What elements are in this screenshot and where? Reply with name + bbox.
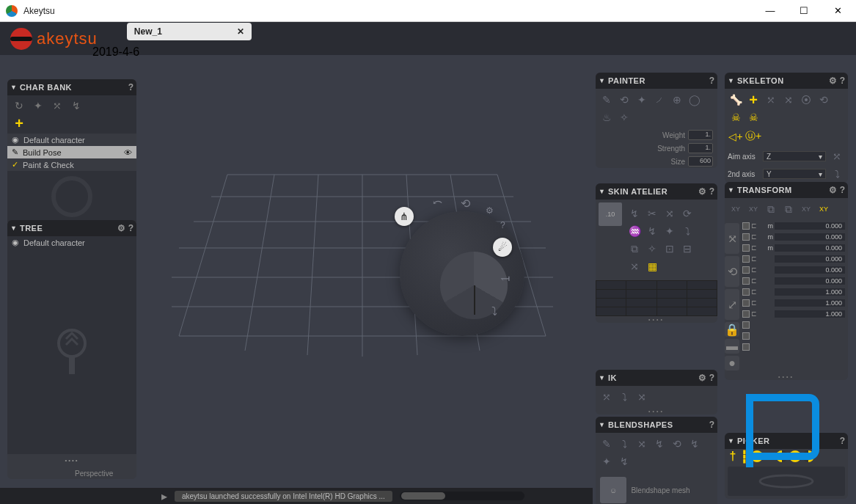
rotate-icon[interactable]: ⟲ (725, 256, 739, 287)
bs-tool[interactable]: ✦ (599, 453, 615, 470)
collapse-icon[interactable]: ▼ (599, 77, 605, 84)
checkbox[interactable] (742, 233, 750, 241)
checkbox[interactable] (742, 266, 750, 274)
lock-icon[interactable]: ⊏ (751, 255, 760, 263)
gear-icon[interactable]: ⚙ (698, 186, 706, 197)
sk-tool[interactable]: 🦴 (728, 92, 744, 108)
minimize-button[interactable]: — (753, 0, 787, 22)
checkbox[interactable] (742, 321, 750, 329)
help-icon[interactable]: ? (128, 223, 133, 233)
checkbox[interactable] (742, 244, 750, 252)
tool-icon[interactable]: ✦ (31, 98, 45, 113)
checkbox[interactable] (742, 343, 750, 351)
value-field[interactable]: 0.000 (775, 266, 845, 274)
tr-tool[interactable]: ⧉ (763, 201, 779, 217)
ik-tool[interactable]: ⤨ (634, 389, 650, 405)
maximize-button[interactable]: ☐ (787, 0, 821, 22)
scale-icon[interactable]: ⤢ (725, 289, 739, 320)
help-icon[interactable]: ? (709, 373, 714, 383)
ik-header[interactable]: ▼ IK ⚙ ? (596, 370, 717, 386)
skin-tool-active[interactable]: ▦ (644, 258, 660, 274)
paint-tool[interactable]: ⟋ (651, 92, 667, 108)
collapse-icon[interactable]: ▼ (599, 374, 605, 381)
gear-icon[interactable]: ⚙ (829, 76, 837, 86)
gizmo-tool-icon[interactable]: ⟲ (461, 197, 470, 211)
value-field[interactable]: 0.000 (775, 222, 845, 230)
gizmo-mode-button[interactable]: ☄ (493, 238, 512, 257)
tree-item[interactable]: ◉ Default character (7, 236, 136, 249)
gear-icon[interactable]: ⚙ (829, 185, 837, 195)
aim-axis-select[interactable]: Z▾ (763, 151, 826, 161)
paint-tool[interactable]: ✎ (599, 92, 615, 108)
help-icon[interactable]: ? (709, 186, 714, 197)
foot-icon[interactable]: ▬ (725, 339, 739, 354)
picker-t-icon[interactable]: † (728, 450, 738, 462)
resize-handle[interactable]: •••• (596, 408, 717, 414)
xy-icon-active[interactable]: XY (816, 201, 832, 217)
gizmo-help-icon[interactable]: ? (500, 220, 505, 230)
xy-icon[interactable]: XY (798, 201, 814, 217)
value-field[interactable]: 0.000 (775, 233, 845, 241)
collapse-icon[interactable]: ▼ (728, 186, 734, 194)
value-field[interactable]: 1.000 (775, 299, 845, 307)
gizmo-gear-icon[interactable]: ⚙ (486, 205, 494, 216)
sk-unity-icon[interactable]: ◁+ (728, 128, 744, 145)
skeleton-header[interactable]: ▼ SKELETON ⚙ ? (725, 73, 848, 89)
add-bone-icon[interactable]: + (745, 92, 761, 108)
xy-icon[interactable]: XY (728, 201, 744, 217)
paint-tool[interactable]: ⊕ (669, 92, 685, 108)
lock-icon[interactable]: ⊏ (751, 266, 760, 274)
skin-tool[interactable]: ⤵ (679, 223, 695, 239)
bs-tool[interactable]: ⟲ (669, 436, 685, 452)
value-field[interactable]: 1.000 (775, 310, 845, 318)
skin-tool[interactable]: ↯ (644, 223, 660, 239)
lock-icon[interactable]: ⊏ (751, 277, 760, 285)
resize-handle[interactable]: •••• (596, 316, 717, 323)
skin-tool[interactable]: ✂ (644, 205, 660, 222)
timeline-scrollbar[interactable] (400, 492, 524, 500)
paint-tool[interactable]: ♨ (599, 109, 615, 125)
painter-header[interactable]: ▼ PAINTER ? (596, 73, 717, 89)
bs-tool[interactable]: ↯ (651, 436, 667, 452)
bs-tool[interactable]: ⤨ (634, 436, 650, 452)
scrollbar-thumb[interactable] (401, 492, 445, 500)
blendshapes-header[interactable]: ▼ BLENDSHAPES ? (596, 417, 717, 433)
ik-tool[interactable]: ⤵ (616, 389, 632, 405)
bs-tool[interactable]: ↯ (616, 453, 632, 470)
checkbox[interactable] (742, 288, 750, 296)
transform-header[interactable]: ▼ TRANSFORM ⚙ ? (725, 182, 848, 198)
checkbox[interactable] (742, 310, 750, 318)
skin-tool[interactable]: ⤨ (626, 258, 643, 274)
paint-tool[interactable]: ◯ (687, 92, 703, 108)
collapse-icon[interactable]: ▼ (728, 77, 734, 84)
skin-tool[interactable]: ⊟ (679, 241, 695, 257)
help-icon[interactable]: ? (128, 82, 133, 92)
ik-tool[interactable]: ⤱ (599, 389, 615, 405)
lock-icon[interactable]: ⊏ (751, 233, 760, 241)
dot-icon[interactable]: ● (725, 356, 739, 370)
resize-handle[interactable]: •••• (7, 454, 136, 467)
close-button[interactable]: ✕ (821, 0, 855, 22)
sk-tool[interactable]: ⤱ (763, 92, 779, 108)
help-icon[interactable]: ? (840, 436, 845, 446)
sk-tool-skull[interactable]: ☠ (745, 109, 761, 125)
lock-icon[interactable]: ⊏ (751, 244, 760, 252)
checkbox[interactable] (742, 255, 750, 263)
second-axis-select[interactable]: Y▾ (763, 169, 826, 179)
value-field[interactable]: 0.000 (775, 255, 845, 263)
collapse-icon[interactable]: ▼ (599, 421, 605, 428)
lock-icon[interactable]: ⊏ (751, 299, 760, 307)
skin-tool[interactable]: ⧉ (626, 241, 643, 257)
char-item[interactable]: ◉ Default character (7, 134, 136, 146)
help-icon[interactable]: ? (840, 185, 845, 195)
skin-tool[interactable]: ⟳ (679, 205, 695, 222)
skin-tool[interactable]: ⊡ (662, 241, 678, 257)
value-field[interactable]: 1.000 (775, 288, 845, 296)
value-field[interactable]: 0.000 (775, 244, 845, 252)
gizmo-axis-button[interactable]: ⋔ (395, 207, 414, 226)
skin-tool[interactable]: ♒ (626, 223, 643, 239)
help-icon[interactable]: ? (709, 420, 714, 430)
paint-tool[interactable]: ✦ (634, 92, 650, 108)
lock-icon[interactable]: 🔒 (725, 322, 739, 337)
collapse-icon[interactable]: ▼ (10, 84, 17, 91)
